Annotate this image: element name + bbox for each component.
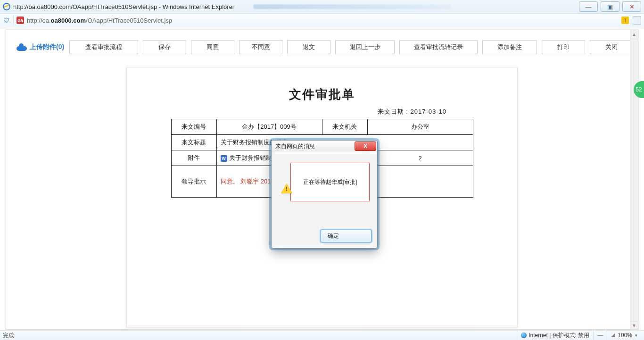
status-bar: 完成 Internet | 保护模式: 禁用 — 100% ▾ — [0, 330, 644, 340]
dialog-message: 正在等待赵华威[审批] — [290, 163, 370, 201]
scroll-up-icon[interactable]: ▲ — [630, 30, 638, 38]
status-text: 完成 — [3, 332, 14, 340]
comment-text: 同意。 刘晓宇 2017 — [221, 178, 274, 185]
security-warning-icon[interactable]: ! — [621, 17, 629, 24]
warning-icon — [281, 183, 292, 193]
address-bar: 🛡 oa http://oa.oa8000.com/OAapp/HtTrace0… — [0, 14, 644, 27]
status-zoom[interactable]: 100% ▾ — [607, 331, 641, 340]
label-from-org: 来文机关 — [322, 119, 367, 135]
print-button[interactable]: 打印 — [542, 40, 585, 54]
window-minimize-button[interactable]: — — [579, 1, 598, 12]
window-titlebar: http://oa.oa8000.com/OAapp/HtTrace0510Se… — [0, 0, 644, 14]
attachment-name: 关于财务报销制度 — [229, 154, 278, 161]
dialog-ok-button[interactable]: 确定 — [321, 230, 372, 242]
return-doc-button[interactable]: 退文 — [287, 40, 330, 54]
received-date: 来文日期 : 2017-03-10 — [146, 108, 498, 116]
label-attachment: 附件 — [171, 150, 216, 166]
value-from-org: 办公室 — [367, 119, 473, 135]
site-favicon-icon: oa — [17, 17, 24, 24]
status-zone[interactable]: Internet | 保护模式: 禁用 — [517, 331, 593, 340]
value-attachment-count: 2 — [367, 150, 473, 166]
word-doc-icon — [221, 155, 227, 162]
address-url[interactable]: http://oa.oa8000.com/OAapp/HtTrace0510Se… — [27, 17, 619, 24]
globe-icon — [521, 332, 527, 338]
dialog-title: 来自网页的消息 — [275, 142, 315, 150]
status-progress: — — [593, 331, 607, 340]
label-leader-comment: 领导批示 — [171, 166, 216, 198]
url-prefix: http://oa. — [27, 17, 51, 24]
url-suffix: /OAapp/HtTrace0510Servlet.jsp — [86, 17, 172, 24]
zoom-icon — [611, 333, 615, 337]
compat-view-icon[interactable] — [633, 16, 641, 25]
dialog-titlebar[interactable]: 来自网页的消息 X — [272, 141, 377, 152]
window-restore-button[interactable]: ▣ — [601, 1, 619, 12]
alert-dialog: 来自网页的消息 X 正在等待赵华威[审批] 确定 — [271, 140, 378, 249]
view-flow-button[interactable]: 查看审批流程 — [69, 40, 138, 54]
ie-icon — [3, 3, 10, 10]
action-toolbar: 上传附件(0) 查看审批流程 保存 同意 不同意 退文 退回上一步 查看审批流转… — [6, 30, 638, 58]
scroll-down-icon[interactable]: ▼ — [630, 321, 638, 329]
upload-attachment-button[interactable]: 上传附件(0) — [17, 43, 64, 51]
agree-button[interactable]: 同意 — [191, 40, 234, 54]
zoom-text: 100% — [618, 332, 632, 339]
dash-icon: — — [597, 332, 603, 339]
window-close-button[interactable]: ✕ — [622, 1, 641, 12]
divider — [13, 16, 14, 25]
zone-text: Internet | 保护模式: 禁用 — [528, 332, 589, 340]
upload-label: 上传附件(0) — [30, 43, 64, 51]
title-blur — [253, 4, 451, 9]
chevron-down-icon: ▾ — [635, 333, 637, 338]
save-button[interactable]: 保存 — [143, 40, 186, 54]
window-title: http://oa.oa8000.com/OAapp/HtTrace0510Se… — [13, 3, 234, 10]
vertical-scrollbar[interactable]: ▲ ▼ — [630, 30, 638, 329]
step-back-button[interactable]: 退回上一步 — [335, 40, 395, 54]
add-note-button[interactable]: 添加备注 — [482, 40, 537, 54]
table-row: 来文编号 金办【2017】009号 来文机关 办公室 — [171, 119, 473, 135]
security-shield-icon[interactable]: 🛡 — [3, 17, 10, 24]
cloud-upload-icon — [17, 43, 27, 51]
document-title: 文件审批单 — [146, 86, 498, 103]
dialog-close-button[interactable]: X — [355, 141, 376, 151]
close-button[interactable]: 关闭 — [590, 40, 633, 54]
label-doc-title: 来文标题 — [171, 135, 216, 150]
disagree-button[interactable]: 不同意 — [239, 40, 282, 54]
value-doc-number: 金办【2017】009号 — [216, 119, 322, 135]
view-log-button[interactable]: 查看审批流转记录 — [399, 40, 478, 54]
label-doc-number: 来文编号 — [171, 119, 216, 135]
url-host: oa8000.com — [51, 17, 86, 24]
